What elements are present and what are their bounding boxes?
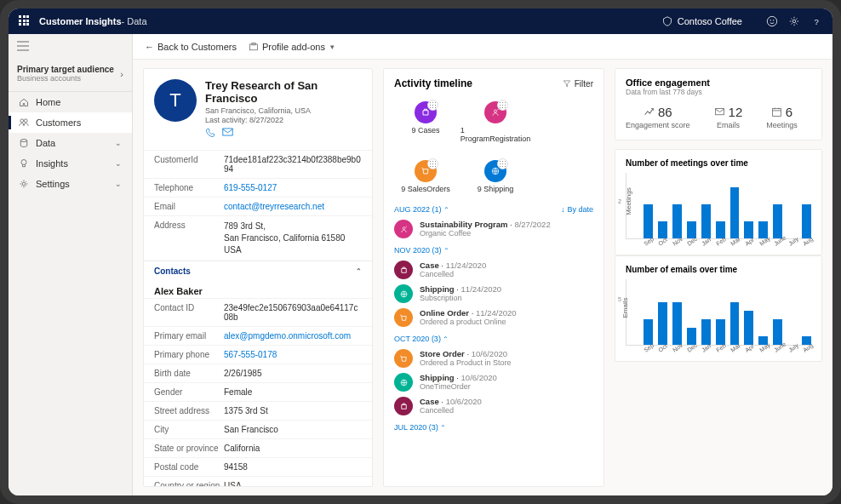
environment-picker[interactable]: Contoso Coffee <box>662 16 742 26</box>
month-group-toggle[interactable]: NOV 2020 (3) ⌃ <box>394 241 593 258</box>
address-link[interactable]: 789 3rd St, San Francisco, California 61… <box>224 220 345 256</box>
top-bar: Customer Insights - Data Contoso Coffee … <box>9 9 832 34</box>
help-icon[interactable]: ? <box>810 15 822 27</box>
home-icon <box>19 97 29 107</box>
filter-icon <box>563 79 571 88</box>
metric-engagement-score: 86Engagement score <box>626 105 690 129</box>
activity-item[interactable]: Case · 11/24/2020Cancelled <box>394 258 593 282</box>
activity-item[interactable]: Online Order · 11/24/2020Ordered a produ… <box>394 306 593 329</box>
chevron-down-icon: ⌄ <box>115 139 122 147</box>
data-icon <box>19 138 29 148</box>
sort-bydate-button[interactable]: ↓By date <box>561 205 593 214</box>
field-value: USA <box>224 481 242 487</box>
chart-bar <box>744 221 753 238</box>
app-launcher-icon[interactable] <box>19 15 31 27</box>
field-label: Contact ID <box>154 303 224 322</box>
content-area: ←Back to Customers Profile add-ons▾ T Tr… <box>133 34 832 495</box>
customers-icon <box>19 117 29 128</box>
svg-rect-11 <box>223 129 232 135</box>
customer-id: 71dee181af223c3214b0f2388be9b094 <box>224 155 362 174</box>
cal-icon <box>771 106 782 117</box>
program-icon <box>394 220 413 238</box>
engagement-title: Office engagement <box>626 77 811 88</box>
metric-meetings: 6Meetings <box>766 105 798 129</box>
nav-label: Home <box>36 97 60 107</box>
nav-label: Settings <box>36 179 70 189</box>
phone-action-icon[interactable] <box>205 128 215 140</box>
telephone-link[interactable]: 619-555-0127 <box>224 183 277 192</box>
field-label: Street address <box>154 406 224 415</box>
back-link[interactable]: ←Back to Customers <box>145 42 237 52</box>
metric-label: Meetings <box>766 121 798 129</box>
audience-title: Primary target audience <box>17 65 114 74</box>
ship-icon <box>484 160 506 182</box>
account-location: San Francisco, California, USA <box>205 106 362 115</box>
case-icon <box>415 101 437 123</box>
chevron-up-icon: ⌃ <box>356 267 362 275</box>
program-icon <box>484 101 506 123</box>
chip-label: 9 Shipping <box>478 185 514 193</box>
nav-item-customers[interactable]: Customers <box>9 112 132 133</box>
field-label: Email <box>154 202 224 211</box>
month-group-toggle[interactable]: OCT 2020 (3) ⌃ <box>394 329 593 346</box>
command-bar: ←Back to Customers Profile add-ons▾ <box>133 34 832 60</box>
chart-bar <box>802 204 811 238</box>
chart-bar <box>730 187 740 238</box>
field-label: Postal code <box>154 462 224 472</box>
sort-icon: ↓ <box>561 205 565 214</box>
activity-summary-chip[interactable]: 9 Cases <box>399 101 452 143</box>
last-activity: Last activity: 8/27/2022 <box>205 116 362 124</box>
activity-summary-chip[interactable]: 9 Shipping <box>469 160 522 193</box>
field-value: 1375 3rd St <box>224 406 268 415</box>
nav-label: Customers <box>36 117 81 128</box>
left-nav: Primary target audience Business account… <box>9 34 133 495</box>
gear-icon[interactable] <box>788 15 800 27</box>
activity-item[interactable]: Shipping · 11/24/2020Subscription <box>394 282 593 306</box>
nav-item-settings[interactable]: Settings⌄ <box>9 174 132 194</box>
filter-button[interactable]: Filter <box>563 79 593 89</box>
metric-value: 12 <box>729 105 743 119</box>
metric-label: Engagement score <box>626 121 690 129</box>
svg-point-12 <box>495 110 497 112</box>
chevron-down-icon: ⌄ <box>115 180 122 188</box>
email-link[interactable]: contact@treyrresearch.net <box>224 202 324 211</box>
month-group-toggle[interactable]: JUL 2020 (3) ⌃ <box>394 418 593 435</box>
contacts-section-toggle[interactable]: Contacts ⌃ <box>144 261 372 281</box>
order-icon <box>394 308 413 327</box>
audience-picker[interactable]: Primary target audience Business account… <box>9 60 132 92</box>
chart-card: Number of meetings over time Meetings 2 … <box>615 149 822 255</box>
activity-item[interactable]: Store Order · 10/6/2020Ordered a Product… <box>394 346 593 370</box>
field-value[interactable]: alex@pmgdemo.onmicrosoft.com <box>224 331 351 341</box>
smiley-icon[interactable] <box>766 15 778 27</box>
nav-collapse-icon[interactable] <box>9 34 132 60</box>
activity-summary-chip[interactable]: 9 SalesOrders <box>399 160 452 193</box>
engagement-panel: Office engagement Data from last 778 day… <box>615 68 822 487</box>
settings-icon <box>19 179 29 189</box>
field-value[interactable]: 567-555-0178 <box>224 350 277 359</box>
chart-bar <box>716 319 725 345</box>
month-group-toggle[interactable]: AUG 2022 (1) ⌃↓By date <box>394 200 593 217</box>
nav-item-data[interactable]: Data⌄ <box>9 133 132 153</box>
account-name: Trey Research of San Francisco <box>205 79 362 105</box>
nav-item-insights[interactable]: Insights⌄ <box>9 153 132 174</box>
svg-point-8 <box>21 160 26 165</box>
chevron-right-icon: › <box>120 69 123 79</box>
svg-point-7 <box>20 140 27 142</box>
profile-addons-button[interactable]: Profile add-ons▾ <box>249 42 335 52</box>
field-value: California <box>224 444 260 453</box>
nav-item-home[interactable]: Home <box>9 92 132 112</box>
app-title: Customer Insights <box>39 16 122 26</box>
field-value: 23e49fec2e150676903aa0e64117c08b <box>224 303 362 322</box>
y-axis-label: Meetings <box>625 187 632 215</box>
field-label: Primary phone <box>154 350 224 359</box>
ship-icon <box>394 284 413 303</box>
y-tick: 5 <box>618 296 621 302</box>
activity-summary-chip[interactable]: 1 ProgramRegistration <box>469 101 522 143</box>
chart-bar <box>658 221 667 238</box>
chart-title: Number of meetings over time <box>626 158 811 168</box>
mail-action-icon[interactable] <box>222 128 233 140</box>
activity-item[interactable]: Shipping · 10/6/2020OneTimeOrder <box>394 370 593 394</box>
activity-item[interactable]: Case · 10/6/2020Cancelled <box>394 394 593 418</box>
field-label: Primary email <box>154 331 224 341</box>
activity-item[interactable]: Sustainability Program · 8/27/2022Organi… <box>394 217 593 241</box>
